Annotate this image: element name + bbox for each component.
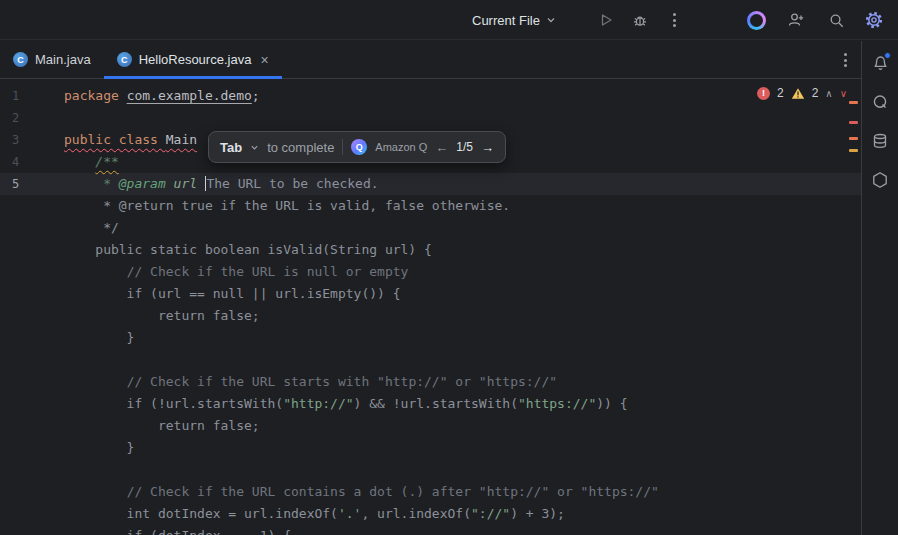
code-line[interactable] [0,459,861,481]
line-number: 1 [0,85,44,107]
line-number [0,503,44,525]
code-line[interactable]: // Check if the URL contains a dot (.) a… [0,481,861,503]
editor-panel: C Main.java C HelloResource.java × 1pack… [0,41,861,535]
code-token: // Check if the URL starts with "http://… [127,374,557,389]
code-text [44,349,64,371]
code-token: public static boolean isValid(String url… [64,242,432,257]
code-token: return false; [64,418,260,433]
line-number [0,195,44,217]
amazon-q-tool-button[interactable] [869,92,891,112]
line-number [0,261,44,283]
play-icon [598,12,614,28]
bug-icon [632,12,648,28]
stripe-mark[interactable] [849,149,858,152]
code-line[interactable]: } [0,327,861,349]
code-token [64,264,127,279]
code-line[interactable]: // Check if the URL starts with "http://… [0,371,861,393]
code-line[interactable]: int dotIndex = url.indexOf('.', url.inde… [0,503,861,525]
notifications-button[interactable] [869,53,891,73]
hexagon-icon [871,171,889,189]
java-class-icon: C [117,52,132,67]
editor-tab-bar: C Main.java C HelloResource.java × [0,41,861,79]
close-tab-icon[interactable]: × [260,52,268,68]
code-token: return false; [64,308,260,323]
code-token: "http://" [283,396,353,411]
code-token: // Check if the URL is null or empty [127,264,409,279]
line-number: 4 [0,151,44,173]
code-line[interactable]: if (dotIndex == -1) { [0,525,861,535]
line-number [0,459,44,481]
stripe-mark[interactable] [849,121,858,124]
search-everywhere-button[interactable] [822,0,850,40]
chevron-down-icon[interactable] [250,143,259,152]
code-token: @param [119,176,174,191]
next-suggestion-button[interactable]: → [481,140,494,155]
more-options-button[interactable] [660,0,688,40]
code-text: * @param url The URL to be checked. [44,173,379,195]
tab-helloresource-java[interactable]: C HelloResource.java × [104,41,282,78]
next-problem-button[interactable]: ∨ [840,88,847,99]
add-user-icon [787,11,805,29]
code-token: ) && !url.startsWith( [354,396,518,411]
tab-key-button[interactable]: Tab [220,140,242,155]
code-token: ) + 3); [510,506,565,521]
code-line[interactable]: return false; [0,305,861,327]
code-token: if (url == null || url.isEmpty()) { [64,286,401,301]
previous-suggestion-button[interactable]: ← [435,140,448,155]
code-token: ; [252,88,260,103]
database-icon [871,132,889,150]
run-button[interactable] [592,0,620,40]
tab-main-java[interactable]: C Main.java [0,41,104,78]
code-line[interactable]: 5 * @param url The URL to be checked. [0,173,861,195]
code-token: Main [166,132,197,147]
code-line[interactable]: 2 [0,107,861,129]
popup-divider [342,139,343,155]
debug-button[interactable] [626,0,654,40]
previous-problem-button[interactable]: ∧ [825,88,832,99]
error-icon: ! [757,87,770,100]
inspections-widget[interactable]: ! 2 2 ∧ ∨ [757,86,847,100]
kebab-icon [673,13,676,27]
amazon-q-button[interactable] [742,0,770,40]
code-line[interactable] [0,349,861,371]
run-configuration-selector[interactable]: Current File [472,0,556,40]
line-number [0,239,44,261]
line-number [0,305,44,327]
line-number [0,217,44,239]
code-text: if (!url.startsWith("http://") && !url.s… [44,393,628,415]
code-line[interactable]: */ [0,217,861,239]
stripe-mark[interactable] [849,101,858,104]
code-token: )) { [596,396,627,411]
code-text: } [44,327,134,349]
tab-options-button[interactable] [844,41,847,79]
code-line[interactable]: return false; [0,415,861,437]
stripe-mark[interactable] [849,137,858,140]
code-line[interactable]: * @return true if the URL is valid, fals… [0,195,861,217]
warning-count: 2 [812,86,819,100]
code-line[interactable]: if (url == null || url.isEmpty()) { [0,283,861,305]
modules-tool-button[interactable] [869,170,891,190]
code-token: '.' [338,506,361,521]
amazon-q-logo-icon: Q [351,139,367,155]
code-line[interactable]: if (!url.startsWith("http://") && !url.s… [0,393,861,415]
code-with-me-button[interactable] [782,0,810,40]
code-token [64,484,127,499]
code-line[interactable]: public static boolean isValid(String url… [0,239,861,261]
code-token: /** [95,154,118,169]
line-number [0,327,44,349]
line-number [0,415,44,437]
code-text: public static boolean isValid(String url… [44,239,432,261]
settings-button[interactable] [860,0,888,40]
java-class-icon: C [13,52,28,67]
code-line[interactable]: // Check if the URL is null or empty [0,261,861,283]
right-tool-stripe [861,41,898,535]
code-line[interactable]: } [0,437,861,459]
code-text: } [44,437,134,459]
code-line[interactable]: 1package com.example.demo; [0,85,861,107]
code-editor[interactable]: 1package com.example.demo;23public class… [0,79,861,535]
gear-icon [864,10,884,30]
line-number [0,371,44,393]
database-tool-button[interactable] [869,131,891,151]
completion-hint-label: to complete [267,140,334,155]
line-number [0,437,44,459]
